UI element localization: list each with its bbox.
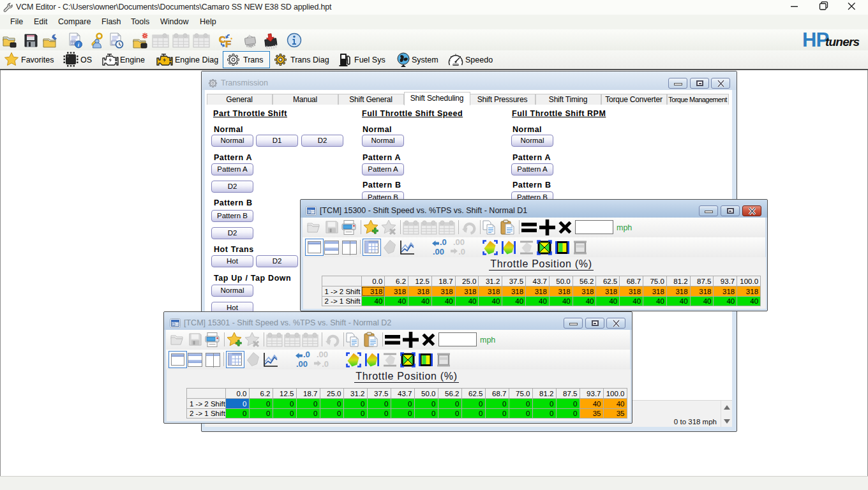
svg-text:F: F xyxy=(225,38,231,49)
